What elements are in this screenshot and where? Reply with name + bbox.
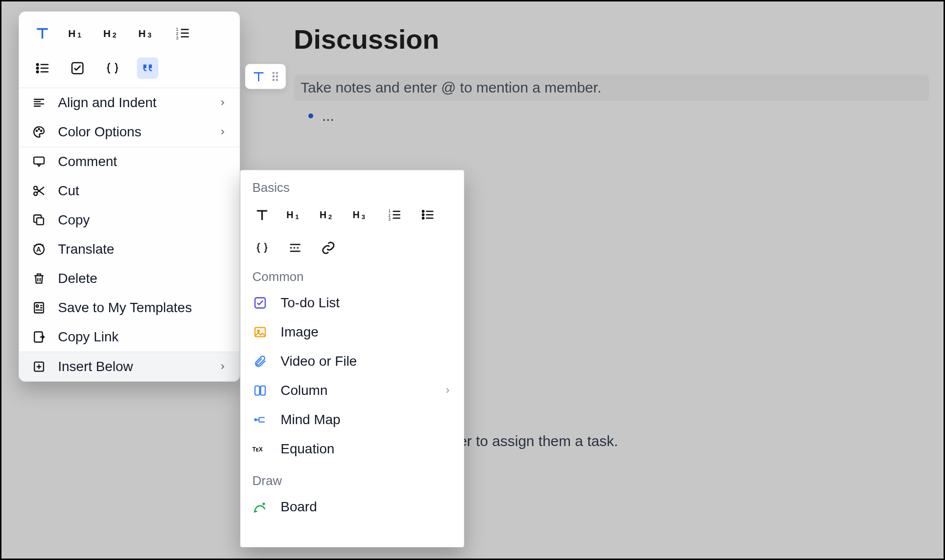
- svg-text:3: 3: [361, 213, 365, 221]
- board-icon: [252, 499, 268, 515]
- trash-icon: [32, 271, 46, 286]
- svg-rect-25: [37, 218, 43, 224]
- svg-text:TᴇX: TᴇX: [252, 446, 263, 453]
- insert-mindmap-label: Mind Map: [281, 412, 452, 428]
- format-checkbox-button[interactable]: [67, 57, 88, 79]
- insert-ordered-list-button[interactable]: 123: [385, 205, 404, 224]
- format-h3-button[interactable]: H3: [137, 22, 158, 44]
- svg-point-1: [276, 72, 278, 74]
- svg-text:H: H: [320, 209, 326, 220]
- svg-point-16: [37, 67, 38, 69]
- menu-cut[interactable]: Cut: [19, 176, 240, 205]
- chevron-right-icon: [218, 98, 227, 107]
- svg-point-0: [272, 72, 275, 74]
- svg-text:H: H: [138, 28, 146, 39]
- format-quote-button[interactable]: [137, 57, 158, 79]
- svg-point-15: [37, 64, 38, 66]
- insert-todo-list[interactable]: To-do List: [241, 288, 464, 317]
- menu-align-indent[interactable]: Align and Indent: [19, 88, 240, 117]
- mind-map-icon: [252, 412, 268, 428]
- menu-color-options[interactable]: Color Options: [19, 117, 240, 147]
- menu-align-label: Align and Indent: [58, 95, 207, 111]
- svg-point-43: [422, 217, 424, 219]
- insert-divider-button[interactable]: [285, 238, 305, 258]
- insert-equation[interactable]: TᴇX Equation: [241, 434, 464, 464]
- palette-icon: [32, 125, 46, 139]
- chevron-right-icon: [443, 386, 452, 395]
- insert-image[interactable]: Image: [241, 317, 464, 347]
- insert-column[interactable]: Column: [241, 376, 464, 405]
- insert-unordered-list-button[interactable]: [418, 205, 437, 224]
- menu-color-label: Color Options: [58, 124, 207, 140]
- svg-text:3: 3: [388, 217, 391, 222]
- svg-point-4: [272, 79, 275, 81]
- block-handle[interactable]: [245, 64, 286, 89]
- insert-code-button[interactable]: [252, 238, 272, 258]
- template-icon: [32, 300, 46, 315]
- svg-text:1: 1: [77, 32, 81, 39]
- insert-link-button[interactable]: [319, 238, 338, 258]
- insert-h1-button[interactable]: H1: [285, 205, 305, 224]
- format-text-button[interactable]: [32, 22, 53, 44]
- svg-text:H: H: [353, 209, 359, 220]
- insert-text-button[interactable]: [252, 205, 272, 224]
- svg-rect-47: [255, 386, 260, 395]
- chevron-right-icon: [218, 128, 227, 136]
- svg-text:H: H: [286, 209, 293, 220]
- insert-video-file[interactable]: Video or File: [241, 347, 464, 376]
- menu-copy[interactable]: Copy: [19, 205, 240, 235]
- svg-point-2: [272, 75, 275, 78]
- columns-icon: [252, 383, 268, 398]
- svg-point-20: [38, 129, 39, 130]
- insert-h3-button[interactable]: H3: [352, 205, 371, 224]
- insert-column-label: Column: [281, 383, 431, 398]
- menu-save-template[interactable]: Save to My Templates: [19, 293, 240, 322]
- insert-basics-grid: H1 H2 H3 123: [241, 199, 464, 260]
- insert-mind-map[interactable]: Mind Map: [241, 405, 464, 434]
- insert-below-icon: [32, 359, 46, 374]
- format-ordered-list-button[interactable]: 123: [172, 22, 193, 44]
- format-unordered-list-button[interactable]: [32, 57, 53, 79]
- insert-section-common-title: Common: [241, 260, 464, 288]
- insert-image-label: Image: [281, 324, 452, 340]
- menu-translate[interactable]: A Translate: [19, 235, 240, 264]
- svg-text:1: 1: [295, 213, 299, 221]
- menu-comment-label: Comment: [58, 154, 227, 169]
- svg-point-23: [34, 187, 38, 190]
- svg-text:2: 2: [328, 213, 332, 221]
- menu-comment[interactable]: Comment: [19, 147, 240, 176]
- svg-text:H: H: [103, 28, 111, 39]
- menu-translate-label: Translate: [58, 242, 227, 257]
- format-h1-button[interactable]: H1: [67, 22, 88, 44]
- svg-point-46: [258, 330, 260, 332]
- insert-h2-button[interactable]: H2: [319, 205, 338, 224]
- svg-point-29: [36, 305, 38, 307]
- svg-rect-22: [34, 157, 44, 164]
- insert-file-label: Video or File: [281, 354, 452, 369]
- chevron-right-icon: [218, 362, 227, 371]
- menu-delete[interactable]: Delete: [19, 264, 240, 293]
- scissors-icon: [32, 184, 46, 198]
- svg-point-24: [34, 192, 38, 195]
- menu-insert-below[interactable]: Insert Below: [19, 352, 240, 381]
- menu-copy-link[interactable]: Copy Link: [19, 322, 240, 352]
- svg-text:2: 2: [113, 32, 116, 39]
- svg-point-3: [276, 75, 278, 78]
- svg-text:3: 3: [148, 32, 151, 39]
- menu-cut-label: Cut: [58, 183, 227, 199]
- insert-board[interactable]: Board: [241, 492, 464, 522]
- drag-handle-icon[interactable]: [271, 71, 280, 82]
- translate-icon: A: [32, 242, 46, 257]
- format-h2-button[interactable]: H2: [102, 22, 123, 44]
- svg-point-19: [36, 131, 37, 131]
- svg-rect-48: [261, 386, 265, 395]
- svg-point-5: [276, 79, 278, 81]
- menu-copy-link-label: Copy Link: [58, 329, 227, 345]
- text-block-icon: [251, 69, 266, 84]
- menu-delete-label: Delete: [58, 271, 227, 286]
- copy-icon: [32, 213, 46, 227]
- format-code-button[interactable]: [102, 57, 123, 79]
- svg-point-41: [422, 210, 424, 212]
- format-grid: H1 H2 H3 123: [19, 12, 240, 88]
- svg-point-42: [422, 214, 424, 216]
